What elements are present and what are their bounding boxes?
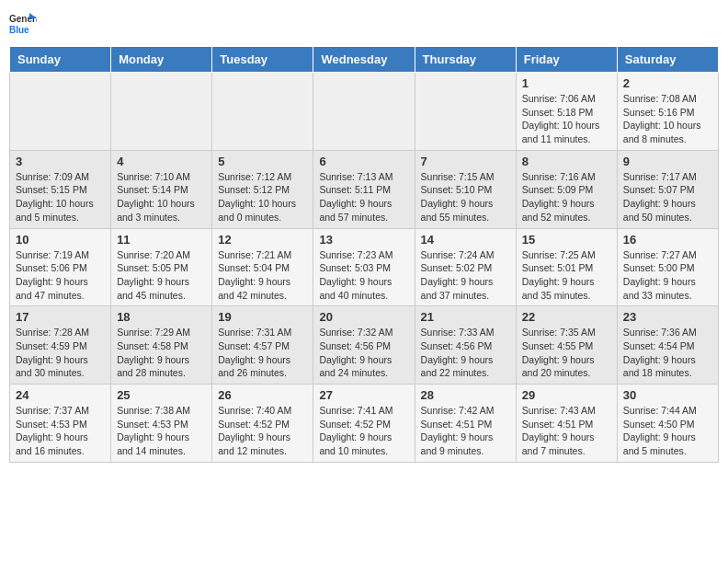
calendar-cell: 10Sunrise: 7:19 AM Sunset: 5:06 PM Dayli… [10,228,111,306]
calendar-cell: 11Sunrise: 7:20 AM Sunset: 5:05 PM Dayli… [111,228,212,306]
day-number: 21 [421,310,510,324]
calendar-cell: 24Sunrise: 7:37 AM Sunset: 4:53 PM Dayli… [10,385,111,463]
day-number: 13 [319,233,408,247]
calendar-cell [111,73,212,151]
day-info: Sunrise: 7:36 AM Sunset: 4:54 PM Dayligh… [623,326,712,380]
day-number: 28 [421,388,510,402]
calendar-week-row: 17Sunrise: 7:28 AM Sunset: 4:59 PM Dayli… [10,306,719,385]
day-info: Sunrise: 7:32 AM Sunset: 4:56 PM Dayligh… [319,326,408,380]
calendar-cell [415,73,516,151]
day-of-week-header: Sunday [10,47,111,73]
day-number: 12 [218,233,307,247]
calendar-week-row: 3Sunrise: 7:09 AM Sunset: 5:15 PM Daylig… [10,150,719,228]
day-of-week-header: Wednesday [313,47,415,73]
day-info: Sunrise: 7:41 AM Sunset: 4:52 PM Dayligh… [319,404,408,458]
calendar-cell: 20Sunrise: 7:32 AM Sunset: 4:56 PM Dayli… [313,306,415,385]
calendar-cell: 7Sunrise: 7:15 AM Sunset: 5:10 PM Daylig… [415,150,516,228]
calendar-cell: 17Sunrise: 7:28 AM Sunset: 4:59 PM Dayli… [10,306,111,385]
day-of-week-header: Saturday [617,47,718,73]
day-info: Sunrise: 7:31 AM Sunset: 4:57 PM Dayligh… [218,326,307,380]
calendar-cell: 3Sunrise: 7:09 AM Sunset: 5:15 PM Daylig… [10,150,111,228]
day-number: 18 [117,310,206,324]
calendar-cell: 12Sunrise: 7:21 AM Sunset: 5:04 PM Dayli… [212,228,313,306]
day-of-week-header: Friday [516,47,617,73]
day-number: 27 [319,388,408,402]
calendar-cell: 16Sunrise: 7:27 AM Sunset: 5:00 PM Dayli… [617,228,718,306]
calendar-cell: 30Sunrise: 7:44 AM Sunset: 4:50 PM Dayli… [617,385,718,463]
day-number: 4 [117,155,206,168]
day-number: 16 [623,233,712,247]
day-number: 29 [522,388,611,402]
day-number: 3 [16,155,105,168]
calendar-cell: 21Sunrise: 7:33 AM Sunset: 4:56 PM Dayli… [415,306,516,385]
calendar-week-row: 10Sunrise: 7:19 AM Sunset: 5:06 PM Dayli… [10,228,719,306]
day-info: Sunrise: 7:24 AM Sunset: 5:02 PM Dayligh… [421,248,510,303]
logo-icon: GeneralBlue [9,9,37,37]
calendar-cell [212,73,313,151]
calendar-header-row: SundayMondayTuesdayWednesdayThursdayFrid… [10,47,719,73]
day-number: 2 [623,76,712,90]
day-info: Sunrise: 7:21 AM Sunset: 5:04 PM Dayligh… [218,248,307,303]
day-info: Sunrise: 7:29 AM Sunset: 4:58 PM Dayligh… [117,326,206,380]
calendar-week-row: 24Sunrise: 7:37 AM Sunset: 4:53 PM Dayli… [10,385,719,463]
day-info: Sunrise: 7:28 AM Sunset: 4:59 PM Dayligh… [16,326,105,380]
day-info: Sunrise: 7:33 AM Sunset: 4:56 PM Dayligh… [421,326,510,380]
page-header: GeneralBlue [9,9,719,37]
day-number: 25 [117,388,206,402]
day-number: 10 [16,233,105,247]
day-info: Sunrise: 7:40 AM Sunset: 4:52 PM Dayligh… [218,404,307,458]
day-info: Sunrise: 7:37 AM Sunset: 4:53 PM Dayligh… [16,404,105,458]
calendar-cell [313,73,415,151]
day-of-week-header: Monday [111,47,212,73]
calendar-cell: 4Sunrise: 7:10 AM Sunset: 5:14 PM Daylig… [111,150,212,228]
day-info: Sunrise: 7:17 AM Sunset: 5:07 PM Dayligh… [623,170,712,224]
day-info: Sunrise: 7:27 AM Sunset: 5:00 PM Dayligh… [623,248,712,303]
calendar-cell: 28Sunrise: 7:42 AM Sunset: 4:51 PM Dayli… [415,385,516,463]
day-info: Sunrise: 7:25 AM Sunset: 5:01 PM Dayligh… [522,248,611,303]
day-info: Sunrise: 7:42 AM Sunset: 4:51 PM Dayligh… [421,404,510,458]
calendar-cell: 29Sunrise: 7:43 AM Sunset: 4:51 PM Dayli… [516,385,617,463]
day-info: Sunrise: 7:38 AM Sunset: 4:53 PM Dayligh… [117,404,206,458]
calendar-cell: 5Sunrise: 7:12 AM Sunset: 5:12 PM Daylig… [212,150,313,228]
day-number: 22 [522,310,611,324]
day-info: Sunrise: 7:08 AM Sunset: 5:16 PM Dayligh… [623,92,712,146]
day-info: Sunrise: 7:19 AM Sunset: 5:06 PM Dayligh… [16,248,105,303]
calendar-week-row: 1Sunrise: 7:06 AM Sunset: 5:18 PM Daylig… [10,73,719,151]
calendar-cell: 2Sunrise: 7:08 AM Sunset: 5:16 PM Daylig… [617,73,718,151]
calendar-cell: 25Sunrise: 7:38 AM Sunset: 4:53 PM Dayli… [111,385,212,463]
day-info: Sunrise: 7:12 AM Sunset: 5:12 PM Dayligh… [218,170,307,224]
day-info: Sunrise: 7:10 AM Sunset: 5:14 PM Dayligh… [117,170,206,224]
day-info: Sunrise: 7:35 AM Sunset: 4:55 PM Dayligh… [522,326,611,380]
calendar-cell: 19Sunrise: 7:31 AM Sunset: 4:57 PM Dayli… [212,306,313,385]
calendar-cell: 13Sunrise: 7:23 AM Sunset: 5:03 PM Dayli… [313,228,415,306]
day-number: 11 [117,233,206,247]
calendar-cell: 27Sunrise: 7:41 AM Sunset: 4:52 PM Dayli… [313,385,415,463]
day-number: 7 [421,155,510,168]
day-info: Sunrise: 7:23 AM Sunset: 5:03 PM Dayligh… [319,248,408,303]
calendar-cell: 1Sunrise: 7:06 AM Sunset: 5:18 PM Daylig… [516,73,617,151]
calendar-cell: 22Sunrise: 7:35 AM Sunset: 4:55 PM Dayli… [516,306,617,385]
day-number: 15 [522,233,611,247]
day-number: 1 [522,76,611,90]
calendar-cell: 18Sunrise: 7:29 AM Sunset: 4:58 PM Dayli… [111,306,212,385]
calendar-cell: 26Sunrise: 7:40 AM Sunset: 4:52 PM Dayli… [212,385,313,463]
day-info: Sunrise: 7:16 AM Sunset: 5:09 PM Dayligh… [522,170,611,224]
day-number: 6 [319,155,408,168]
day-number: 17 [16,310,105,324]
svg-text:Blue: Blue [9,25,29,35]
day-number: 26 [218,388,307,402]
calendar-table: SundayMondayTuesdayWednesdayThursdayFrid… [9,46,719,463]
calendar-cell: 23Sunrise: 7:36 AM Sunset: 4:54 PM Dayli… [617,306,718,385]
day-number: 24 [16,388,105,402]
day-number: 20 [319,310,408,324]
day-info: Sunrise: 7:06 AM Sunset: 5:18 PM Dayligh… [522,92,611,146]
day-of-week-header: Thursday [415,47,516,73]
day-number: 8 [522,155,611,168]
calendar-cell: 9Sunrise: 7:17 AM Sunset: 5:07 PM Daylig… [617,150,718,228]
logo: GeneralBlue [9,9,37,37]
day-number: 23 [623,310,712,324]
calendar-cell [10,73,111,151]
calendar-cell: 6Sunrise: 7:13 AM Sunset: 5:11 PM Daylig… [313,150,415,228]
calendar-cell: 14Sunrise: 7:24 AM Sunset: 5:02 PM Dayli… [415,228,516,306]
day-of-week-header: Tuesday [212,47,313,73]
